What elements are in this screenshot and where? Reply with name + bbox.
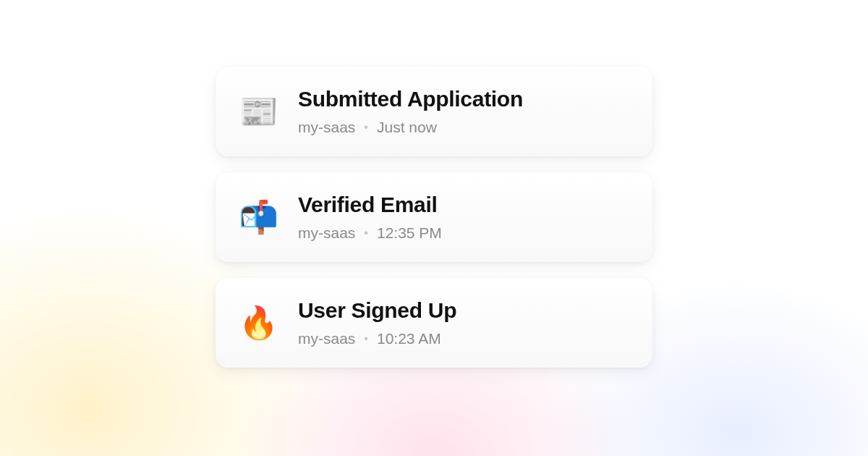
meta-separator: • [364,227,368,240]
notification-title: User Signed Up [298,298,456,323]
notification-project: my-saas [298,119,355,136]
notification-card[interactable]: 🔥 User Signed Up my-saas • 10:23 AM [216,278,652,368]
meta-separator: • [364,332,368,345]
newspaper-icon: 📰 [239,92,278,131]
notification-title: Submitted Application [298,87,523,111]
notification-content: Verified Email my-saas • 12:35 PM [298,193,442,242]
meta-separator: • [364,121,368,134]
mailbox-icon: 📬 [239,198,278,237]
notification-card[interactable]: 📰 Submitted Application my-saas • Just n… [216,67,652,156]
notification-time: Just now [377,119,437,136]
notification-time: 12:35 PM [377,224,442,242]
notification-project: my-saas [298,330,355,347]
fire-icon: 🔥 [239,303,278,342]
notification-meta: my-saas • 12:35 PM [298,224,442,242]
notification-project: my-saas [298,224,355,242]
notification-content: User Signed Up my-saas • 10:23 AM [298,298,456,347]
notification-meta: my-saas • Just now [298,119,523,136]
notifications-list: 📰 Submitted Application my-saas • Just n… [0,0,868,456]
notification-content: Submitted Application my-saas • Just now [298,87,523,136]
notification-meta: my-saas • 10:23 AM [298,330,456,347]
notification-title: Verified Email [298,193,442,217]
notification-card[interactable]: 📬 Verified Email my-saas • 12:35 PM [216,172,652,262]
notification-time: 10:23 AM [377,330,441,347]
